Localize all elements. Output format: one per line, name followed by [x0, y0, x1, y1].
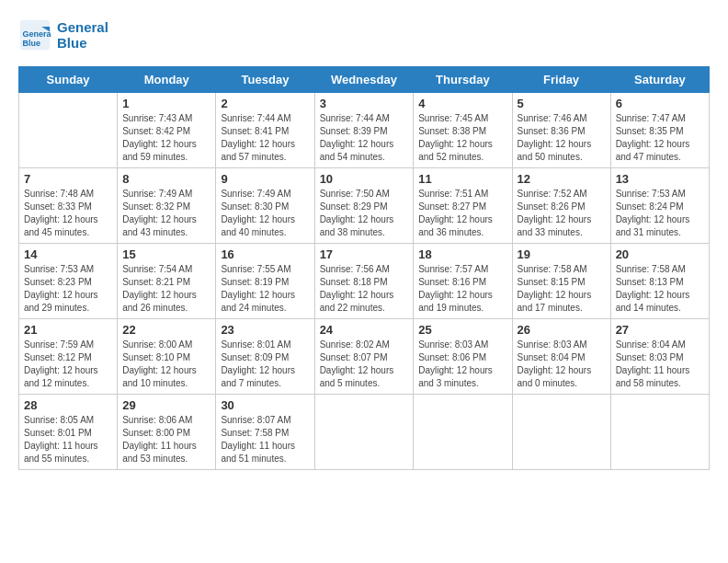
calendar-cell: 29Sunrise: 8:06 AMSunset: 8:00 PMDayligh… — [118, 395, 216, 470]
day-info-line: Sunrise: 7:45 AM — [418, 112, 506, 125]
day-info-line: Sunrise: 7:51 AM — [418, 188, 506, 201]
day-number: 5 — [518, 97, 606, 110]
calendar-cell: 20Sunrise: 7:58 AMSunset: 8:13 PMDayligh… — [610, 244, 709, 319]
day-number: 9 — [221, 172, 309, 186]
day-info-line: Sunset: 8:26 PM — [518, 201, 606, 213]
day-info-line: Sunset: 8:16 PM — [418, 276, 506, 289]
calendar-cell: 28Sunrise: 8:05 AMSunset: 8:01 PMDayligh… — [19, 395, 118, 470]
day-info-line: and 17 minutes. — [518, 302, 606, 315]
day-info-line: Daylight: 12 hours — [24, 289, 112, 302]
day-info-line: Sunrise: 7:57 AM — [418, 263, 506, 276]
calendar-cell: 11Sunrise: 7:51 AMSunset: 8:27 PMDayligh… — [414, 168, 512, 244]
calendar-cell — [314, 395, 414, 470]
day-info-line: and 31 minutes. — [616, 226, 704, 239]
logo-icon: General Blue — [18, 18, 51, 52]
week-row-5: 28Sunrise: 8:05 AMSunset: 8:01 PMDayligh… — [19, 395, 710, 470]
day-info-line: Sunrise: 7:55 AM — [221, 263, 309, 276]
day-info-line: Daylight: 12 hours — [418, 289, 506, 302]
day-number: 26 — [518, 323, 606, 337]
day-info-line: Sunrise: 7:46 AM — [518, 112, 606, 125]
day-info-line: Sunrise: 8:06 AM — [122, 414, 210, 427]
day-number: 12 — [518, 172, 606, 186]
day-number: 13 — [616, 172, 704, 186]
calendar-cell: 27Sunrise: 8:04 AMSunset: 8:03 PMDayligh… — [610, 319, 709, 395]
day-info-line: Sunset: 8:36 PM — [518, 125, 606, 138]
day-info-line: Sunset: 8:42 PM — [122, 125, 210, 138]
day-info-line: Sunset: 8:15 PM — [518, 276, 606, 289]
day-info-line: and 53 minutes. — [122, 453, 210, 465]
calendar-cell — [414, 395, 512, 470]
day-info-line: Sunrise: 7:44 AM — [320, 112, 409, 125]
day-number: 27 — [616, 323, 704, 337]
day-info-line: and 38 minutes. — [320, 226, 409, 239]
day-info-line: and 26 minutes. — [122, 302, 210, 315]
day-header-sunday: Sunday — [19, 67, 118, 93]
day-info-line: Daylight: 12 hours — [518, 138, 606, 151]
day-info-line: and 10 minutes. — [122, 377, 210, 390]
day-info-line: Sunset: 8:03 PM — [616, 351, 704, 364]
day-info-line: Daylight: 12 hours — [320, 213, 409, 226]
logo: General Blue General Blue — [18, 18, 108, 52]
day-info-line: and 3 minutes. — [418, 377, 506, 390]
day-number: 28 — [24, 398, 112, 412]
day-info-line: and 5 minutes. — [320, 377, 409, 390]
day-info-line: and 59 minutes. — [122, 151, 210, 164]
day-number: 18 — [418, 247, 506, 261]
day-info-line: and 12 minutes. — [24, 377, 112, 390]
day-info-line: Daylight: 12 hours — [122, 289, 210, 302]
svg-text:Blue: Blue — [23, 39, 41, 48]
day-number: 6 — [616, 97, 704, 110]
day-info-line: Sunset: 8:24 PM — [616, 201, 704, 213]
day-info-line: Daylight: 12 hours — [518, 289, 606, 302]
day-info-line: Daylight: 12 hours — [616, 289, 704, 302]
day-info-line: and 7 minutes. — [221, 377, 309, 390]
day-info-line: Sunset: 8:41 PM — [221, 125, 309, 138]
day-info-line: Sunrise: 7:53 AM — [616, 188, 704, 201]
day-info-line: Daylight: 12 hours — [616, 138, 704, 151]
calendar-cell: 25Sunrise: 8:03 AMSunset: 8:06 PMDayligh… — [414, 319, 512, 395]
day-number: 1 — [122, 97, 210, 110]
day-info-line: Sunset: 8:29 PM — [320, 201, 409, 213]
calendar-table: SundayMondayTuesdayWednesdayThursdayFrid… — [18, 66, 710, 470]
day-info-line: Sunset: 7:58 PM — [221, 427, 309, 440]
day-header-thursday: Thursday — [414, 67, 512, 93]
day-info-line: and 19 minutes. — [418, 302, 506, 315]
calendar-cell: 13Sunrise: 7:53 AMSunset: 8:24 PMDayligh… — [610, 168, 709, 244]
day-info-line: Sunrise: 8:01 AM — [221, 339, 309, 351]
day-info-line: Sunrise: 7:52 AM — [518, 188, 606, 201]
day-info-line: Sunrise: 7:50 AM — [320, 188, 409, 201]
day-info-line: Sunset: 8:23 PM — [24, 276, 112, 289]
day-info-line: and 45 minutes. — [24, 226, 112, 239]
day-info-line: Daylight: 12 hours — [221, 213, 309, 226]
day-number: 17 — [320, 247, 409, 261]
day-info-line: and 36 minutes. — [418, 226, 506, 239]
day-info-line: Sunrise: 8:05 AM — [24, 414, 112, 427]
day-header-friday: Friday — [512, 67, 610, 93]
week-row-4: 21Sunrise: 7:59 AMSunset: 8:12 PMDayligh… — [19, 319, 710, 395]
calendar-cell: 5Sunrise: 7:46 AMSunset: 8:36 PMDaylight… — [512, 93, 610, 168]
day-info-line: Daylight: 12 hours — [418, 213, 506, 226]
day-info-line: Sunrise: 7:47 AM — [616, 112, 704, 125]
day-info-line: and 43 minutes. — [122, 226, 210, 239]
day-info-line: Daylight: 12 hours — [518, 364, 606, 377]
calendar-cell: 7Sunrise: 7:48 AMSunset: 8:33 PMDaylight… — [19, 168, 118, 244]
day-number: 4 — [418, 97, 506, 110]
day-info-line: Sunset: 8:01 PM — [24, 427, 112, 440]
day-number: 30 — [221, 398, 309, 412]
calendar-cell: 21Sunrise: 7:59 AMSunset: 8:12 PMDayligh… — [19, 319, 118, 395]
week-row-3: 14Sunrise: 7:53 AMSunset: 8:23 PMDayligh… — [19, 244, 710, 319]
calendar-cell: 17Sunrise: 7:56 AMSunset: 8:18 PMDayligh… — [314, 244, 414, 319]
page-header: General Blue General Blue — [18, 18, 710, 52]
day-info-line: Sunset: 8:27 PM — [418, 201, 506, 213]
calendar-cell: 1Sunrise: 7:43 AMSunset: 8:42 PMDaylight… — [118, 93, 216, 168]
calendar-cell: 6Sunrise: 7:47 AMSunset: 8:35 PMDaylight… — [610, 93, 709, 168]
day-number: 11 — [418, 172, 506, 186]
day-info-line: and 0 minutes. — [518, 377, 606, 390]
day-info-line: Sunrise: 8:03 AM — [518, 339, 606, 351]
day-info-line: and 54 minutes. — [320, 151, 409, 164]
calendar-cell: 10Sunrise: 7:50 AMSunset: 8:29 PMDayligh… — [314, 168, 414, 244]
day-number: 23 — [221, 323, 309, 337]
day-info-line: Daylight: 12 hours — [122, 213, 210, 226]
day-info-line: Sunrise: 8:02 AM — [320, 339, 409, 351]
calendar-cell: 23Sunrise: 8:01 AMSunset: 8:09 PMDayligh… — [216, 319, 314, 395]
